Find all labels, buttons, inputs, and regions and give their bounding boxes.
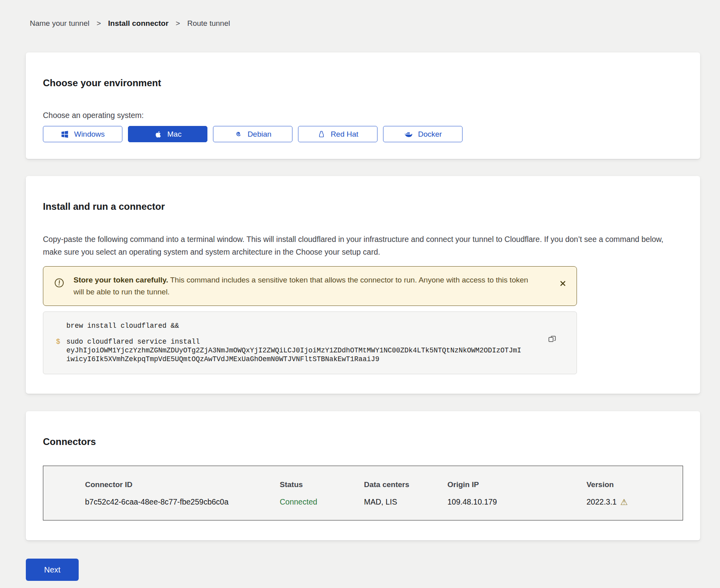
connector-table-row: b7c52c42-6caa-48ee-8c77-fbe259cb6c0a Con… — [85, 497, 675, 507]
column-header-version: Version — [586, 480, 675, 489]
os-button-windows[interactable]: Windows — [43, 126, 122, 142]
tunnel-token-text: eyJhIjoiOWM1YjczYzhmZGNmZDUyOTg2ZjA3NmJm… — [66, 346, 523, 364]
docker-whale-icon — [404, 130, 413, 139]
shell-prompt: $ — [56, 337, 60, 346]
column-header-status: Status — [280, 480, 364, 489]
column-header-connector-id: Connector ID — [85, 480, 280, 489]
column-header-origin-ip: Origin IP — [447, 480, 586, 489]
connectors-table: Connector ID Status Data centers Origin … — [43, 466, 683, 520]
code-line-brew: brew install cloudflared && — [66, 321, 541, 330]
column-header-data-centers: Data centers — [364, 480, 447, 489]
os-button-redhat[interactable]: Red Hat — [298, 126, 377, 142]
environment-card-title: Choose your environment — [43, 52, 683, 89]
connector-id-cell: b7c52c42-6caa-48ee-8c77-fbe259cb6c0a — [85, 497, 280, 507]
os-button-row: Windows Mac Debian Red Hat Docker — [43, 126, 683, 142]
os-select-label: Choose an operating system: — [43, 111, 683, 120]
status-cell: Connected — [280, 497, 364, 507]
warning-circle-icon — [54, 278, 64, 292]
version-warning-triangle-icon[interactable]: ⚠ — [620, 498, 628, 506]
warning-text: Store your token carefully. This command… — [74, 274, 529, 298]
install-command-code-block: brew install cloudflared && $ sudo cloud… — [43, 311, 577, 374]
breadcrumb-install-connector[interactable]: Install connector — [108, 19, 168, 28]
origin-ip-cell: 109.48.10.179 — [447, 497, 586, 507]
windows-logo-icon — [60, 130, 69, 139]
code-line-service-install: $ sudo cloudflared service install eyJhI… — [66, 337, 541, 364]
close-icon — [559, 280, 566, 287]
os-button-docker[interactable]: Docker — [383, 126, 463, 142]
warning-bold-text: Store your token carefully. — [74, 276, 168, 284]
breadcrumb: Name your tunnel > Install connector > R… — [30, 19, 230, 28]
choose-environment-card: Choose your environment Choose an operat… — [26, 52, 700, 159]
connectors-card: Connectors Connector ID Status Data cent… — [26, 411, 700, 540]
breadcrumb-route-tunnel[interactable]: Route tunnel — [187, 19, 230, 28]
os-button-debian[interactable]: Debian — [213, 126, 292, 142]
connectors-card-title: Connectors — [43, 411, 683, 447]
os-button-label: Mac — [167, 130, 182, 139]
copy-command-button[interactable] — [548, 335, 557, 345]
version-value: 2022.3.1 — [586, 497, 617, 507]
os-button-mac[interactable]: Mac — [128, 126, 207, 142]
install-description: Copy-paste the following command into a … — [43, 233, 683, 258]
next-button[interactable]: Next — [26, 559, 79, 581]
install-connector-card: Install and run a connector Copy-paste t… — [26, 176, 700, 394]
debian-swirl-icon — [234, 130, 243, 139]
os-button-label: Red Hat — [331, 130, 358, 139]
linux-penguin-icon — [317, 130, 326, 139]
os-button-label: Docker — [418, 130, 442, 139]
warning-close-button[interactable] — [559, 280, 566, 288]
breadcrumb-separator: > — [97, 19, 101, 28]
apple-logo-icon — [154, 130, 163, 139]
code-command-text: sudo cloudflared service install — [66, 338, 200, 346]
install-card-title: Install and run a connector — [43, 176, 683, 212]
os-button-label: Debian — [248, 130, 271, 139]
copy-icon — [548, 335, 557, 344]
data-centers-cell: MAD, LIS — [364, 497, 447, 507]
breadcrumb-name-your-tunnel[interactable]: Name your tunnel — [30, 19, 89, 28]
version-cell: 2022.3.1 ⚠ — [586, 497, 675, 507]
os-button-label: Windows — [74, 130, 105, 139]
breadcrumb-separator: > — [176, 19, 180, 28]
token-warning-banner: Store your token carefully. This command… — [43, 266, 577, 306]
connectors-table-header: Connector ID Status Data centers Origin … — [85, 480, 675, 489]
